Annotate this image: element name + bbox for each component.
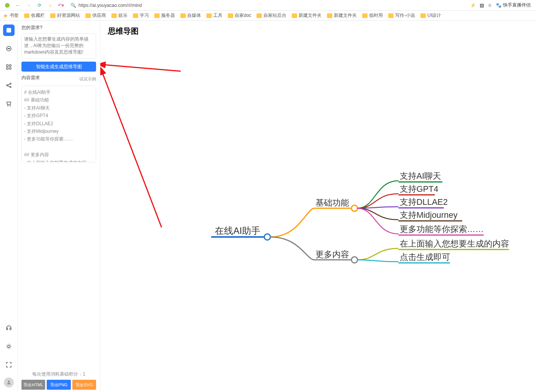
browser-logo-icon: [3, 1, 11, 10]
bookmark-item[interactable]: 工具: [206, 12, 222, 19]
svg-point-13: [8, 106, 8, 106]
star-icon[interactable]: ☆: [488, 3, 492, 8]
bookmark-label: 供应商: [92, 12, 106, 19]
folder-icon: [133, 13, 138, 18]
lightning-icon[interactable]: ⚡: [470, 3, 476, 8]
example-link[interactable]: 试试示例: [79, 76, 96, 82]
generate-button[interactable]: 智能生成生成思维导图: [21, 62, 96, 72]
svg-rect-6: [7, 65, 8, 67]
mindmap-leaf: 更多功能等你探索……: [400, 224, 484, 234]
export-svg-button[interactable]: 导出SVG: [72, 380, 96, 390]
mindmap-branch: 更多内容: [315, 250, 349, 259]
bookmark-label: 自家站后台: [263, 12, 286, 19]
search-icon: 🔍: [70, 3, 76, 8]
bookmark-label: 好资源网站: [57, 12, 80, 19]
svg-point-14: [10, 106, 11, 106]
bookmark-item[interactable]: 供应商: [85, 12, 106, 19]
content-label: 内容需求: [21, 75, 40, 81]
bookmark-item[interactable]: 学习: [133, 12, 149, 19]
bookmark-item[interactable]: 新建文件夹: [292, 12, 322, 19]
svg-point-18: [264, 234, 270, 240]
mindmap-leaf: 支持AI聊天: [400, 171, 441, 181]
svg-point-10: [7, 85, 8, 86]
svg-rect-1: [7, 28, 11, 33]
bookmark-item[interactable]: 娱乐: [111, 12, 127, 19]
svg-point-5: [9, 48, 10, 49]
svg-point-12: [10, 87, 11, 88]
bookmark-item[interactable]: UI设计: [420, 12, 441, 19]
bookmark-item[interactable]: 自家doc: [228, 12, 251, 19]
paw-icon: 🐾: [496, 3, 502, 8]
folder-icon: [154, 13, 160, 18]
rail-item-cart[interactable]: [3, 98, 15, 109]
bookmark-label: 自家doc: [235, 12, 251, 19]
bookmark-label: 收藏栏: [31, 12, 45, 19]
bookmark-label: 娱乐: [118, 12, 127, 19]
bookmark-label: 工具: [213, 12, 222, 19]
bookmark-item[interactable]: 新建文件夹: [327, 12, 357, 19]
bookmarks-bar: ★书签收藏栏好资源网站供应商娱乐学习服务器自媒体工具自家doc自家站后台新建文件…: [0, 11, 536, 21]
svg-point-16: [8, 381, 10, 382]
forward-button[interactable]: →: [25, 1, 33, 10]
reload-button[interactable]: ⟳: [35, 1, 44, 10]
svg-point-9: [9, 68, 11, 70]
rail-item-theme[interactable]: [3, 341, 15, 352]
svg-point-4: [8, 48, 9, 49]
bookmark-label: 自媒体: [187, 12, 201, 19]
rail-avatar[interactable]: [4, 377, 14, 387]
bookmark-label: 写作-小说: [395, 12, 415, 19]
svg-point-22: [351, 257, 358, 263]
folder-icon: [85, 13, 91, 18]
bookmark-label: 新建文件夹: [334, 12, 357, 19]
bookmark-item[interactable]: 临时用: [362, 12, 383, 19]
bookmark-item[interactable]: 收藏栏: [24, 12, 45, 19]
rail-item-fullscreen[interactable]: [3, 359, 15, 371]
bookmark-label: 临时用: [369, 12, 383, 19]
folder-icon: [24, 13, 29, 18]
undo-button[interactable]: ↶▾: [57, 1, 65, 10]
bookmark-item[interactable]: 自家站后台: [257, 12, 286, 19]
mindmap-root: 在线AI助手: [215, 225, 260, 236]
bookmark-item[interactable]: ★书签: [3, 12, 19, 19]
rail-item-share[interactable]: [3, 80, 15, 91]
export-png-button[interactable]: 导出PNG: [47, 380, 70, 390]
folder-icon: [206, 13, 212, 18]
folder-icon: [50, 13, 56, 18]
svg-point-0: [5, 3, 10, 8]
bookmark-item[interactable]: 服务器: [154, 12, 175, 19]
svg-rect-8: [7, 68, 8, 70]
url-text: https://ai.youyacao.com/#/mind: [78, 3, 142, 8]
folder-icon: [388, 13, 394, 18]
browser-toolbar: ← → ⟳ ⌂ ↶▾ 🔍 https://ai.youyacao.com/#/m…: [0, 0, 536, 11]
mindmap-leaf: 支持DLLAE2: [400, 197, 448, 207]
rail-item-ai[interactable]: [3, 24, 15, 36]
mindmap-leaf: 在上面输入您想要生成的内容: [400, 239, 509, 248]
bookmark-label: 书签: [10, 12, 19, 19]
bookmark-item[interactable]: 写作-小说: [388, 12, 415, 19]
url-bar[interactable]: 🔍 https://ai.youyacao.com/#/mind: [67, 1, 466, 10]
back-button[interactable]: ←: [14, 1, 22, 10]
folder-icon: [257, 13, 262, 18]
svg-point-3: [8, 48, 8, 49]
bookmark-label: 服务器: [161, 12, 175, 19]
requirement-input[interactable]: [21, 33, 96, 59]
rail-item-chat[interactable]: [3, 43, 15, 54]
folder-icon: [420, 13, 426, 18]
bookmark-item[interactable]: 好资源网站: [50, 12, 80, 19]
bookmark-label: UI设计: [427, 12, 441, 19]
main-area: 思维导图 在线AI助手基础功能更多内容支持AI聊天支持GPT4支持DLLAE2支…: [100, 21, 536, 392]
grid-icon[interactable]: ▤: [480, 3, 484, 8]
svg-rect-7: [9, 65, 11, 67]
export-html-button[interactable]: 导出HTML: [21, 380, 45, 390]
folder-icon: [292, 13, 297, 18]
svg-point-15: [8, 345, 10, 348]
rail-item-support[interactable]: [3, 322, 15, 334]
extension-kuaishou[interactable]: 🐾 快手直播伴侣: [496, 2, 531, 8]
mindmap-canvas[interactable]: 在线AI助手基础功能更多内容支持AI聊天支持GPT4支持DLLAE2支持Midj…: [100, 40, 536, 392]
content-input[interactable]: # 在线AI助手 ## 基础功能 - 支持AI聊天 - 支持GPT4 - 支持D…: [21, 86, 96, 162]
rail-item-apps[interactable]: [3, 61, 15, 73]
folder-icon: [228, 13, 233, 18]
home-button[interactable]: ⌂: [46, 1, 54, 10]
bookmark-item[interactable]: 自媒体: [180, 12, 201, 19]
folder-icon: [180, 13, 186, 18]
